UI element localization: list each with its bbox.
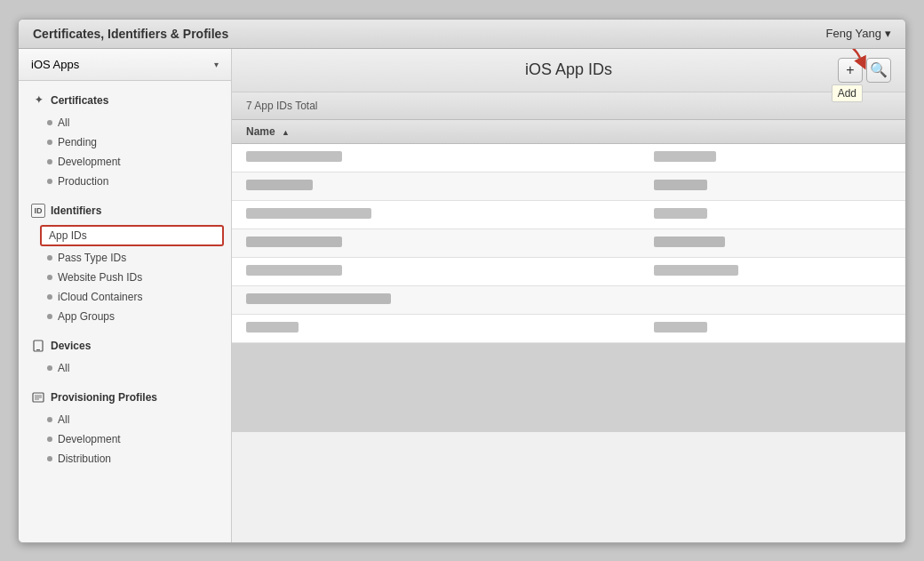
table-row[interactable]: [232, 172, 905, 200]
section-identifiers: ID Identifiers App IDs Pass Type IDs Web…: [19, 198, 231, 326]
cell-id: [640, 200, 905, 228]
main-content: iOS Apps ▾ ✦ Certificates All Pending: [19, 49, 905, 542]
item-label: Pass Type IDs: [58, 252, 126, 264]
item-label: Distribution: [58, 453, 111, 465]
panel-actions: + Add: [838, 58, 891, 83]
cell-name: [232, 228, 640, 257]
sidebar-item-app-ids[interactable]: App IDs: [40, 225, 224, 246]
sidebar-item-devices-all[interactable]: All: [19, 358, 231, 378]
dot-icon: [47, 159, 52, 164]
sidebar-item-profiles-all[interactable]: All: [19, 410, 231, 429]
dot-icon: [47, 456, 52, 461]
cell-name: [232, 285, 640, 314]
app-window: Certificates, Identifiers & Profiles Fen…: [18, 19, 906, 543]
table-row[interactable]: [232, 200, 905, 228]
sidebar: iOS Apps ▾ ✦ Certificates All Pending: [19, 49, 232, 542]
dot-icon: [47, 437, 52, 442]
add-icon: +: [846, 62, 854, 78]
cell-name: [232, 200, 640, 228]
section-identifiers-header: ID Identifiers: [19, 198, 231, 223]
sidebar-item-certs-development[interactable]: Development: [19, 152, 231, 172]
search-icon: 🔍: [870, 61, 888, 78]
table-container: Name ▲: [232, 120, 905, 542]
dot-icon: [47, 140, 52, 145]
dot-icon: [47, 314, 52, 319]
table-header-row: Name ▲: [232, 120, 905, 144]
sidebar-item-icloud-containers[interactable]: iCloud Containers: [19, 287, 231, 307]
sidebar-item-certs-pending[interactable]: Pending: [19, 132, 231, 152]
sidebar-item-certs-production[interactable]: Production: [19, 172, 231, 191]
panel-header: iOS App IDs +: [232, 49, 905, 92]
cell-id: [640, 143, 905, 172]
item-label: App Groups: [58, 310, 115, 323]
user-menu[interactable]: Feng Yang ▾: [826, 27, 891, 40]
dot-icon: [47, 417, 52, 422]
sidebar-item-profiles-distribution[interactable]: Distribution: [19, 449, 231, 469]
sidebar-item-website-push-ids[interactable]: Website Push IDs: [19, 268, 231, 287]
profiles-icon: [31, 390, 45, 405]
item-label: All: [58, 413, 69, 426]
item-label: Website Push IDs: [58, 271, 142, 284]
dot-icon: [47, 365, 52, 371]
section-certificates-label: Certificates: [51, 94, 108, 107]
certificates-icon: ✦: [31, 93, 45, 108]
app-title: Certificates, Identifiers & Profiles: [33, 27, 228, 41]
item-label: All: [58, 116, 69, 129]
col-name-header[interactable]: Name ▲: [232, 120, 640, 144]
dot-icon: [47, 294, 52, 300]
cell-id: [640, 285, 905, 314]
add-tooltip: Add: [832, 84, 863, 102]
section-identifiers-label: Identifiers: [51, 204, 101, 217]
item-label: Pending: [58, 136, 97, 148]
cell-name: [232, 257, 640, 285]
table-row[interactable]: [232, 228, 905, 257]
section-devices-label: Devices: [51, 340, 91, 352]
table-row[interactable]: [232, 257, 905, 285]
panel-title: iOS App IDs: [299, 60, 838, 79]
svg-rect-1: [36, 349, 40, 350]
section-devices-header: Devices: [19, 333, 231, 358]
devices-icon: [31, 339, 45, 353]
sidebar-item-pass-type-ids[interactable]: Pass Type IDs: [19, 248, 231, 268]
sidebar-item-profiles-development[interactable]: Development: [19, 429, 231, 449]
cell-id: [640, 228, 905, 257]
empty-area: [232, 343, 905, 432]
search-button[interactable]: 🔍: [866, 58, 891, 83]
dropdown-arrow-icon: ▾: [214, 60, 219, 69]
cell-id: [640, 257, 905, 285]
sidebar-item-app-groups[interactable]: App Groups: [19, 307, 231, 326]
col-id-header: [640, 120, 905, 144]
add-button[interactable]: +: [838, 58, 863, 83]
item-label: Production: [58, 175, 108, 188]
cell-id: [640, 172, 905, 200]
app-ids-table: Name ▲: [232, 120, 905, 343]
dot-icon: [47, 120, 52, 125]
dot-icon: [47, 179, 52, 184]
user-dropdown-arrow: ▾: [885, 27, 891, 40]
main-panel: iOS App IDs +: [232, 49, 905, 542]
item-label: All: [58, 362, 69, 374]
dot-icon: [47, 275, 52, 280]
item-label: iCloud Containers: [58, 291, 142, 303]
results-bar: 7 App IDs Total: [232, 92, 905, 120]
sort-arrow-icon: ▲: [282, 128, 290, 137]
identifiers-icon: ID: [31, 204, 45, 218]
platform-dropdown-label: iOS Apps: [31, 58, 79, 71]
item-label: Development: [58, 433, 121, 445]
user-name: Feng Yang: [826, 27, 881, 40]
col-name-label: Name: [246, 125, 275, 138]
table-row[interactable]: [232, 285, 905, 314]
section-certificates-header: ✦ Certificates: [19, 88, 231, 113]
section-certificates: ✦ Certificates All Pending Development: [19, 88, 231, 191]
item-label: Development: [58, 156, 121, 168]
table-row[interactable]: [232, 143, 905, 172]
sidebar-item-certs-all[interactable]: All: [19, 113, 231, 132]
title-bar: Certificates, Identifiers & Profiles Fen…: [19, 20, 905, 49]
item-label: App IDs: [49, 229, 87, 242]
cell-id: [640, 314, 905, 342]
section-profiles-label: Provisioning Profiles: [51, 391, 157, 404]
platform-dropdown[interactable]: iOS Apps ▾: [19, 49, 231, 81]
table-row[interactable]: [232, 314, 905, 342]
results-count: 7 App IDs Total: [246, 100, 318, 112]
cell-name: [232, 143, 640, 172]
